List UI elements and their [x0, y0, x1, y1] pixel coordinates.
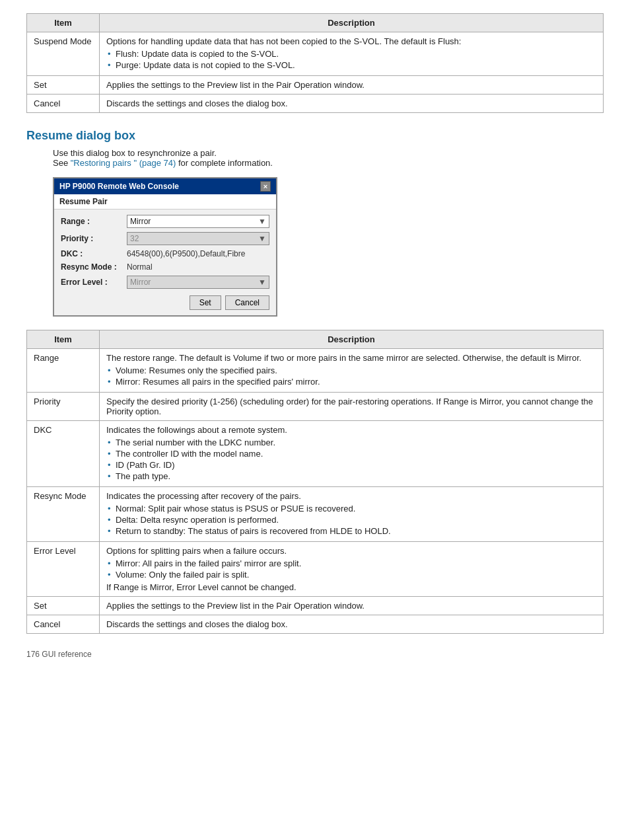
bottom-table-desc: Indicates the processing after recovery … [100, 487, 604, 542]
top-table-col2-header: Description [100, 14, 604, 32]
intro-link[interactable]: "Restoring pairs " (page 74) [71, 158, 176, 168]
bottom-table-item: DKC [27, 421, 100, 487]
bottom-table-col2-header: Description [100, 330, 604, 349]
bottom-table-desc: Options for splitting pairs when a failu… [100, 542, 604, 597]
dialog-select-value: Mirror [130, 217, 151, 226]
bottom-table-desc: Indicates the followings about a remote … [100, 421, 604, 487]
top-table-item: Cancel [27, 95, 100, 113]
bottom-table-item: Cancel [27, 615, 100, 634]
dialog-field-row: Range :Mirror▼ [61, 215, 269, 228]
bullet-item: Normal: Split pair whose status is PSUS … [106, 504, 596, 514]
dialog-select[interactable]: Mirror▼ [127, 215, 269, 228]
dialog-container: HP P9000 Remote Web Console × Resume Pai… [53, 177, 277, 317]
bottom-table-desc: The restore range. The default is Volume… [100, 349, 604, 393]
dialog-select-value: Mirror [130, 278, 151, 287]
bottom-table-item: Priority [27, 393, 100, 421]
plain-note: If Range is Mirror, Error Level cannot b… [106, 582, 596, 592]
bullet-item: Volume: Resumes only the specified pairs… [106, 365, 596, 375]
bullet-item: Flush: Update data is copied to the S-VO… [106, 49, 596, 59]
bullet-item: Purge: Update data is not copied to the … [106, 60, 596, 70]
dropdown-arrow-icon: ▼ [258, 234, 266, 243]
dialog-select: Mirror▼ [127, 276, 269, 289]
dialog-text-value: Normal [127, 262, 269, 272]
dialog-field-row: DKC :64548(00),6(P9500),Default,Fibre [61, 249, 269, 258]
intro-line2-prefix: See [53, 158, 71, 168]
bullet-item: The path type. [106, 471, 596, 481]
dialog-close-button[interactable]: × [260, 181, 271, 192]
bottom-table-item: Range [27, 349, 100, 393]
dialog-field-label: Resync Mode : [61, 262, 127, 272]
intro-line1: Use this dialog box to resynchronize a p… [53, 148, 217, 158]
bullet-item: Return to standby: The status of pairs i… [106, 526, 596, 536]
bullet-item: The controller ID with the model name. [106, 449, 596, 459]
set-button[interactable]: Set [190, 295, 221, 310]
bottom-table-desc: Discards the settings and closes the dia… [100, 615, 604, 634]
dialog-section-header: Resume Pair [54, 194, 276, 210]
top-table-item: Set [27, 76, 100, 95]
intro-line2-suffix: for complete information. [176, 158, 273, 168]
bullet-item: Delta: Delta resync operation is perform… [106, 515, 596, 525]
bottom-table-desc: Applies the settings to the Preview list… [100, 597, 604, 615]
bottom-table-item: Error Level [27, 542, 100, 597]
dialog-titlebar: HP P9000 Remote Web Console × [54, 178, 276, 194]
dropdown-arrow-icon: ▼ [258, 217, 266, 226]
bottom-table: Item Description RangeThe restore range.… [26, 330, 604, 634]
dialog-field-label: DKC : [61, 249, 127, 258]
bottom-table-col1-header: Item [27, 330, 100, 349]
dialog-select: 32▼ [127, 232, 269, 245]
dialog-body: Range :Mirror▼Priority :32▼DKC :64548(00… [54, 210, 276, 315]
dialog-field-label: Range : [61, 217, 127, 226]
bottom-table-item: Resync Mode [27, 487, 100, 542]
dialog-field-row: Priority :32▼ [61, 232, 269, 245]
bullet-item: ID (Path Gr. ID) [106, 460, 596, 470]
top-table-col1-header: Item [27, 14, 100, 32]
dialog-field-row: Error Level :Mirror▼ [61, 276, 269, 289]
dialog-box: HP P9000 Remote Web Console × Resume Pai… [53, 177, 277, 317]
dialog-select-value: 32 [130, 234, 139, 243]
dialog-title: HP P9000 Remote Web Console [59, 182, 179, 191]
top-table: Item Description Suspend ModeOptions for… [26, 13, 604, 113]
dialog-field-label: Error Level : [61, 278, 127, 287]
bottom-table-desc: Specify the desired priority (1-256) (sc… [100, 393, 604, 421]
bullet-item: Volume: Only the failed pair is split. [106, 570, 596, 580]
section-heading: Resume dialog box [26, 129, 604, 143]
bullet-item: Mirror: All pairs in the failed pairs' m… [106, 558, 596, 568]
top-table-item: Suspend Mode [27, 32, 100, 76]
top-table-desc: Applies the settings to the Preview list… [100, 76, 604, 95]
top-table-desc: Discards the settings and closes the dia… [100, 95, 604, 113]
dialog-button-row: SetCancel [61, 295, 269, 310]
cancel-button[interactable]: Cancel [225, 295, 269, 310]
top-table-desc: Options for handling update data that ha… [100, 32, 604, 76]
section-intro: Use this dialog box to resynchronize a p… [53, 148, 604, 168]
page-footer: 176 GUI reference [26, 650, 604, 659]
dialog-field-row: Resync Mode :Normal [61, 262, 269, 272]
bottom-table-item: Set [27, 597, 100, 615]
dropdown-arrow-icon: ▼ [258, 278, 266, 287]
bullet-item: Mirror: Resumes all pairs in the specifi… [106, 377, 596, 387]
dialog-field-label: Priority : [61, 234, 127, 243]
bullet-item: The serial number with the LDKC number. [106, 438, 596, 447]
dialog-text-value: 64548(00),6(P9500),Default,Fibre [127, 249, 269, 258]
